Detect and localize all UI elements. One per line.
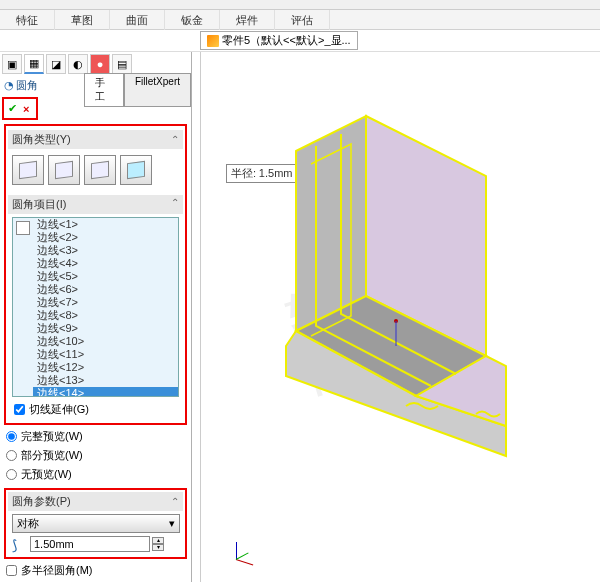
feature-tree-tab[interactable]: ▣ xyxy=(2,54,22,74)
multi-radius-checkbox[interactable] xyxy=(6,565,17,576)
tangent-prop-row[interactable]: 切线延伸(G) xyxy=(8,400,183,419)
last-tab[interactable]: ▤ xyxy=(112,54,132,74)
property-tab[interactable]: ▦ xyxy=(24,54,44,74)
edge-item[interactable]: 边线<3> xyxy=(33,244,178,257)
chevron-up-icon: ⌃ xyxy=(171,496,179,507)
fillet-type-constant[interactable] xyxy=(12,155,44,185)
confirm-cancel-box: ✔ × xyxy=(2,97,38,120)
config-tab[interactable]: ◪ xyxy=(46,54,66,74)
radius-row: ⟆ ▴▾ xyxy=(12,536,179,552)
edge-item[interactable]: 边线<4> xyxy=(33,257,178,270)
edge-item[interactable]: 边线<10> xyxy=(33,335,178,348)
property-manager: ▣ ▦ ◪ ◐ ● ▤ ◔ 圆角 ✔ × 手工 FilletXpert 圆角类型… xyxy=(0,52,192,582)
filletxpert-tab[interactable]: FilletXpert xyxy=(124,73,191,107)
edge-item[interactable]: 边线<8> xyxy=(33,309,178,322)
fillet-params-header[interactable]: 圆角参数(P) ⌃ xyxy=(8,492,183,511)
no-preview-radio[interactable] xyxy=(6,469,17,480)
edge-item[interactable]: 边线<6> xyxy=(33,283,178,296)
radius-spinner[interactable]: ▴▾ xyxy=(152,537,164,551)
no-preview-row[interactable]: 无预览(W) xyxy=(0,465,191,484)
fillet-type-variable[interactable] xyxy=(48,155,80,185)
partial-preview-row[interactable]: 部分预览(W) xyxy=(0,446,191,465)
full-preview-row[interactable]: 完整预览(W) xyxy=(0,427,191,446)
render-tab[interactable]: ● xyxy=(90,54,110,74)
dropdown-arrow-icon: ▾ xyxy=(169,517,175,530)
edge-item[interactable]: 边线<9> xyxy=(33,322,178,335)
fillet-type-full[interactable] xyxy=(120,155,152,185)
edge-item[interactable]: 边线<2> xyxy=(33,231,178,244)
orientation-triad[interactable] xyxy=(226,540,254,568)
manual-tab[interactable]: 手工 xyxy=(84,73,124,107)
fillet-type-options xyxy=(8,149,183,191)
full-preview-label: 完整预览(W) xyxy=(21,429,83,444)
document-bar: 零件5（默认<<默认>_显... xyxy=(0,30,600,52)
fillet-icon: ◔ xyxy=(4,79,14,92)
tab-sketch[interactable]: 草图 xyxy=(55,10,110,30)
3d-model[interactable] xyxy=(256,106,556,466)
dim-tab[interactable]: ◐ xyxy=(68,54,88,74)
tab-features[interactable]: 特征 xyxy=(0,10,55,30)
command-manager-tabs: 特征 草图 曲面 钣金 焊件 评估 xyxy=(0,10,600,30)
symmetry-value: 对称 xyxy=(17,516,39,531)
tab-sheetmetal[interactable]: 钣金 xyxy=(165,10,220,30)
partial-preview-label: 部分预览(W) xyxy=(21,448,83,463)
edge-item[interactable]: 边线<7> xyxy=(33,296,178,309)
highlight-box-1: 圆角类型(Y) ⌃ 圆角项目(I) ⌃ 边线<1> 边线<2> 边线<3> 边线… xyxy=(4,124,187,425)
radius-input[interactable] xyxy=(30,536,150,552)
document-tab[interactable]: 零件5（默认<<默认>_显... xyxy=(200,31,358,50)
tangent-prop-label: 切线延伸(G) xyxy=(29,402,89,417)
tab-evaluate[interactable]: 评估 xyxy=(275,10,330,30)
feature-name: 圆角 xyxy=(16,78,38,93)
y-axis xyxy=(236,552,249,559)
ok-button[interactable]: ✔ xyxy=(8,102,17,115)
tab-surface[interactable]: 曲面 xyxy=(110,10,165,30)
svg-marker-1 xyxy=(296,116,366,331)
edge-item[interactable]: 边线<5> xyxy=(33,270,178,283)
chevron-up-icon: ⌃ xyxy=(171,197,179,212)
document-title: 零件5（默认<<默认>_显... xyxy=(222,33,351,48)
no-preview-label: 无预览(W) xyxy=(21,467,72,482)
chevron-up-icon: ⌃ xyxy=(171,134,179,145)
radius-icon: ⟆ xyxy=(12,537,28,551)
multi-radius-row[interactable]: 多半径圆角(M) xyxy=(0,561,191,580)
graphics-viewport[interactable]: 软件自学网 R J Z 半径: 1.5mm xyxy=(192,52,600,582)
partial-preview-radio[interactable] xyxy=(6,450,17,461)
highlight-box-2: 圆角参数(P) ⌃ 对称 ▾ ⟆ ▴▾ xyxy=(4,488,187,559)
fillet-type-face[interactable] xyxy=(84,155,116,185)
tab-weld[interactable]: 焊件 xyxy=(220,10,275,30)
edge-item[interactable]: 边线<12> xyxy=(33,361,178,374)
full-preview-radio[interactable] xyxy=(6,431,17,442)
edge-list-icon xyxy=(16,221,30,235)
symmetry-dropdown[interactable]: 对称 ▾ xyxy=(12,514,180,533)
tangent-prop-checkbox[interactable] xyxy=(14,404,25,415)
edge-selection-list[interactable]: 边线<1> 边线<2> 边线<3> 边线<4> 边线<5> 边线<6> 边线<7… xyxy=(12,217,179,397)
part-icon xyxy=(207,35,219,47)
cancel-button[interactable]: × xyxy=(23,103,29,115)
fillet-params-label: 圆角参数(P) xyxy=(12,494,71,509)
edge-item[interactable]: 边线<11> xyxy=(33,348,178,361)
edge-item[interactable]: 边线<1> xyxy=(33,218,178,231)
fillet-items-label: 圆角项目(I) xyxy=(12,197,66,212)
edge-item-selected[interactable]: 边线<14> xyxy=(33,387,178,397)
fillet-items-header[interactable]: 圆角项目(I) ⌃ xyxy=(8,195,183,214)
fillet-type-label: 圆角类型(Y) xyxy=(12,132,71,147)
top-toolbar xyxy=(0,0,600,10)
callout-label: 半径: xyxy=(231,167,256,179)
multi-radius-label: 多半径圆角(M) xyxy=(21,563,93,578)
edge-item[interactable]: 边线<13> xyxy=(33,374,178,387)
fillet-type-header[interactable]: 圆角类型(Y) ⌃ xyxy=(8,130,183,149)
x-axis xyxy=(236,559,253,566)
